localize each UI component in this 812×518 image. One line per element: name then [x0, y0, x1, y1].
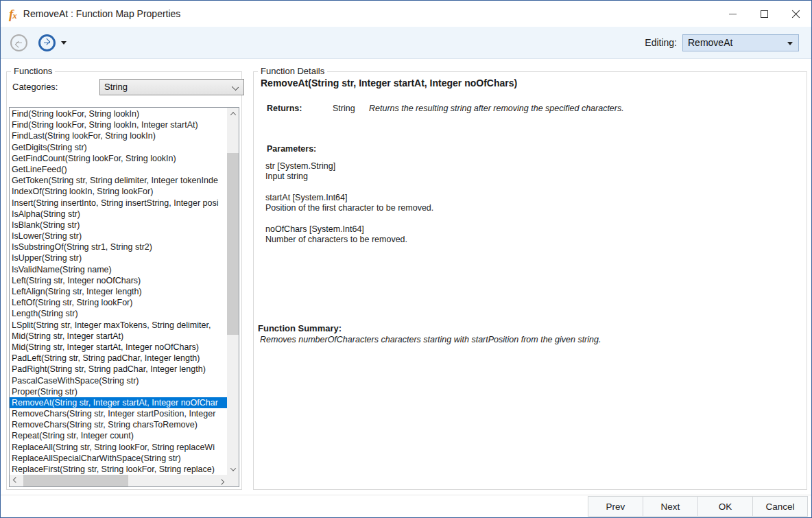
vertical-scrollbar-thumb[interactable] — [227, 153, 239, 335]
parameter-description: Position of the first character to be re… — [265, 203, 433, 213]
editing-label: Editing: — [645, 37, 677, 48]
function-list-item[interactable]: FindLast(String lookFor, String lookIn) — [10, 130, 227, 141]
function-summary-label: Function Summary: — [258, 323, 601, 333]
function-list-item[interactable]: RemoveChars(String str, Integer startPos… — [10, 408, 227, 419]
forward-button[interactable] — [38, 34, 56, 51]
function-list-item[interactable]: ReplaceFirst(String str, String lookFor,… — [10, 464, 227, 475]
function-list-item[interactable]: IsValidName(String name) — [10, 264, 227, 275]
function-list-item[interactable]: IsSubstringOf(String str1, String str2) — [10, 242, 227, 252]
parameters-label: Parameters: — [267, 144, 316, 154]
function-list-item[interactable]: ReplaceAllSpecialCharWithSpace(String st… — [10, 453, 227, 464]
function-list-item[interactable]: GetDigits(String str) — [10, 142, 227, 153]
function-list-item[interactable]: IsUpper(String str) — [10, 252, 227, 263]
function-list-item[interactable]: GetToken(String str, String delimiter, I… — [10, 175, 227, 186]
footer-button[interactable]: Next — [643, 496, 698, 517]
chevron-down-icon — [230, 465, 235, 471]
editing-dropdown-value: RemoveAt — [688, 37, 732, 48]
parameters-list: str [System.String] Input string startAt… — [265, 161, 433, 256]
function-list-item[interactable]: IsAlpha(String str) — [10, 209, 227, 220]
maximize-button[interactable] — [748, 1, 780, 27]
function-list-item[interactable]: Left(String str, Integer noOfChars) — [10, 275, 227, 286]
parameter-name: str [System.String] — [265, 161, 433, 172]
function-list-item[interactable]: PascalCaseWithSpace(String str) — [10, 375, 227, 386]
parameter-name: noOfChars [System.Int64] — [265, 224, 433, 235]
function-details-title: Function Details — [258, 66, 327, 76]
function-list-item[interactable]: Mid(String str, Integer startAt) — [10, 331, 227, 342]
function-list-item[interactable]: GetLineFeed() — [10, 164, 227, 175]
footer-button[interactable]: Cancel — [752, 496, 808, 517]
functions-panel-title: Functions — [11, 66, 55, 76]
horizontal-scrollbar-thumb[interactable] — [23, 475, 128, 486]
function-map-properties-dialog: fx RemoveAt : Function Map Properties Ed… — [0, 0, 812, 518]
minimize-icon — [729, 14, 737, 14]
back-arrow-icon — [16, 40, 22, 46]
function-list-item[interactable]: Length(String str) — [10, 308, 227, 319]
window-controls — [717, 1, 811, 27]
function-list-item[interactable]: Insert(String insertInto, String insertS… — [10, 198, 227, 209]
footer-button[interactable]: OK — [697, 496, 753, 517]
function-list-item[interactable]: PadLeft(String str, String padChar, Inte… — [10, 353, 227, 364]
close-button[interactable] — [780, 1, 811, 27]
returns-row: Returns: String Returns the resulting st… — [267, 104, 624, 113]
footer-button-bar: Prev Next OK Cancel — [1, 495, 811, 517]
chevron-up-icon — [230, 112, 235, 117]
minimize-button[interactable] — [717, 1, 748, 27]
function-list-item[interactable]: Find(String lookFor, String lookIn, Inte… — [10, 119, 227, 130]
chevron-left-icon — [12, 477, 18, 482]
function-list-item[interactable]: PadRight(String str, String padChar, Int… — [10, 364, 227, 375]
categories-label: Categories: — [12, 82, 58, 92]
footer-button[interactable]: Prev — [588, 496, 643, 517]
function-list-item[interactable]: Find(String lookFor, String lookIn) — [10, 108, 227, 119]
scroll-up-button[interactable] — [227, 108, 239, 119]
forward-arrow-icon — [44, 40, 50, 46]
parameter-name: startAt [System.Int64] — [265, 193, 433, 203]
vertical-scrollbar[interactable] — [227, 108, 239, 475]
function-list: Find(String lookFor, String lookIn) Find… — [10, 108, 227, 475]
function-list-item[interactable]: IsLower(String str) — [10, 231, 227, 242]
title-bar: fx RemoveAt : Function Map Properties — [1, 1, 811, 27]
returns-label: Returns: — [267, 104, 333, 113]
function-details-panel: Function Details RemoveAt(String str, In… — [253, 71, 807, 490]
function-list-item[interactable]: ReplaceAll(String str, String lookFor, S… — [10, 442, 227, 453]
parameter-item: str [System.String] Input string — [265, 161, 433, 182]
parameter-item: startAt [System.Int64] Position of the f… — [265, 193, 433, 213]
function-listbox: Find(String lookFor, String lookIn) Find… — [9, 107, 239, 487]
returns-type: String — [333, 104, 369, 113]
function-summary: Function Summary: Removes numberOfCharac… — [258, 323, 601, 344]
window-title: RemoveAt : Function Map Properties — [23, 8, 181, 19]
function-list-item[interactable]: RemoveAt(String str, Integer startAt, In… — [10, 397, 227, 408]
function-list-item[interactable]: LeftAlign(String str, Integer length) — [10, 286, 227, 297]
scroll-left-button[interactable] — [10, 475, 21, 486]
function-list-item[interactable]: IndexOf(String lookIn, String lookFor) — [10, 186, 227, 197]
function-list-item[interactable]: LSplit(String str, Integer maxTokens, St… — [10, 320, 227, 331]
function-summary-text: Removes numberOfCharacters characters st… — [260, 335, 601, 344]
toolbar: Editing: RemoveAt — [1, 27, 811, 59]
maximize-icon — [761, 10, 768, 18]
horizontal-scrollbar[interactable] — [10, 475, 227, 486]
function-list-item[interactable]: Repeat(String str, Integer count) — [10, 430, 227, 441]
function-list-item[interactable]: Proper(String str) — [10, 386, 227, 397]
function-signature: RemoveAt(String str, Integer startAt, In… — [261, 78, 517, 89]
fx-icon: fx — [9, 8, 16, 21]
chevron-right-icon — [218, 479, 224, 484]
function-list-item[interactable]: Mid(String str, Integer startAt, Integer… — [10, 342, 227, 353]
parameter-item: noOfChars [System.Int64] Number of chara… — [265, 224, 433, 245]
editing-dropdown[interactable]: RemoveAt — [682, 34, 799, 51]
functions-panel: Functions Categories: String Find(String… — [6, 71, 242, 490]
categories-dropdown[interactable]: String — [99, 79, 244, 95]
categories-dropdown-value: String — [104, 82, 128, 92]
parameter-description: Input string — [265, 172, 433, 182]
chevron-down-icon — [787, 42, 793, 45]
returns-description: Returns the resulting string after remov… — [369, 104, 624, 113]
back-button[interactable] — [10, 34, 27, 51]
scrollbar-corner — [227, 475, 239, 486]
chevron-down-icon — [232, 83, 239, 90]
function-list-item[interactable]: GetFindCount(String lookFor, String look… — [10, 153, 227, 164]
function-list-item[interactable]: IsBlank(String str) — [10, 220, 227, 231]
forward-dropdown-caret-icon[interactable] — [61, 41, 67, 45]
function-list-item[interactable]: RemoveChars(String str, String charsToRe… — [10, 419, 227, 430]
close-icon — [791, 10, 800, 19]
scroll-right-button[interactable] — [215, 475, 227, 486]
scroll-down-button[interactable] — [227, 463, 239, 475]
function-list-item[interactable]: LeftOf(String str, String lookFor) — [10, 297, 227, 308]
